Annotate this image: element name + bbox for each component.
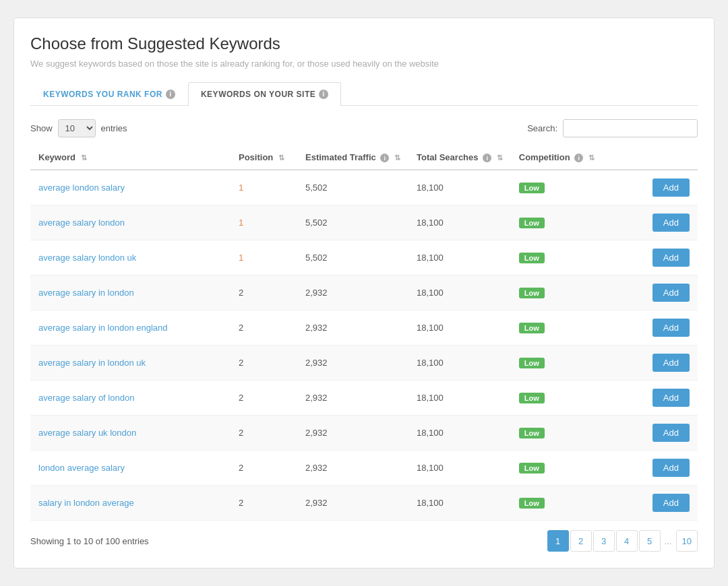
search-input[interactable] xyxy=(563,119,698,137)
sort-competition-icon[interactable]: ⇅ xyxy=(588,154,595,162)
position-value: 2 xyxy=(239,323,243,333)
page-btn-2[interactable]: 2 xyxy=(570,530,592,552)
cell-searches: 18,100 xyxy=(408,170,511,205)
cell-action: Add xyxy=(631,416,698,451)
add-button[interactable]: Add xyxy=(653,284,690,302)
cell-competition: Low xyxy=(511,205,631,240)
search-box: Search: xyxy=(527,119,698,137)
sort-searches-icon[interactable]: ⇅ xyxy=(497,154,503,162)
keyword-link[interactable]: average salary of london xyxy=(38,393,134,403)
keyword-link[interactable]: average salary uk london xyxy=(38,428,136,438)
entries-label: entries xyxy=(101,123,127,133)
traffic-info-icon: i xyxy=(380,154,389,162)
keyword-link[interactable]: average salary london xyxy=(38,218,125,228)
competition-badge: Low xyxy=(519,428,545,438)
cell-position: 2 xyxy=(231,311,297,346)
cell-position: 2 xyxy=(231,416,297,451)
cell-searches: 18,100 xyxy=(408,346,511,381)
cell-keyword: average salary of london xyxy=(30,381,231,416)
keyword-link[interactable]: average salary in london xyxy=(38,288,134,298)
cell-keyword: average salary london uk xyxy=(30,240,231,275)
tab-bar: KEYWORDS YOU RANK FOR i KEYWORDS ON YOUR… xyxy=(30,82,698,106)
cell-action: Add xyxy=(631,240,698,275)
cell-traffic: 2,932 xyxy=(297,275,408,311)
searches-info-icon: i xyxy=(483,154,491,162)
add-button[interactable]: Add xyxy=(653,459,690,477)
sort-traffic-icon[interactable]: ⇅ xyxy=(394,154,400,162)
cell-traffic: 2,932 xyxy=(297,381,408,416)
add-button[interactable]: Add xyxy=(653,389,690,407)
cell-traffic: 2,932 xyxy=(297,451,408,486)
cell-traffic: 2,932 xyxy=(297,346,408,381)
cell-traffic: 2,932 xyxy=(297,311,408,346)
cell-competition: Low xyxy=(511,311,631,346)
table-row: average salary london uk 1 5,502 18,100 … xyxy=(30,240,698,275)
cell-searches: 18,100 xyxy=(408,311,511,346)
sort-position-icon[interactable]: ⇅ xyxy=(278,154,284,162)
cell-traffic: 5,502 xyxy=(297,240,408,275)
show-entries-control: Show 10 25 50 100 entries xyxy=(30,119,127,137)
show-label: Show xyxy=(30,123,53,133)
page-btn-3[interactable]: 3 xyxy=(593,530,615,552)
th-keyword: Keyword ⇅ xyxy=(30,145,231,170)
add-button[interactable]: Add xyxy=(653,249,690,267)
entries-select[interactable]: 10 25 50 100 xyxy=(58,119,96,137)
competition-badge: Low xyxy=(519,288,545,298)
table-footer: Showing 1 to 10 of 100 entries 12345...1… xyxy=(30,530,698,552)
keyword-link[interactable]: average salary in london uk xyxy=(38,358,146,368)
cell-position: 2 xyxy=(231,275,297,311)
cell-action: Add xyxy=(631,170,698,205)
cell-keyword: average salary in london xyxy=(30,275,231,311)
competition-badge: Low xyxy=(519,498,545,509)
tab-keywords-on-site[interactable]: KEYWORDS ON YOUR SITE i xyxy=(188,82,341,106)
keyword-link[interactable]: average salary in london england xyxy=(38,323,168,333)
add-button[interactable]: Add xyxy=(653,178,690,197)
page-btn-1[interactable]: 1 xyxy=(547,530,569,552)
showing-text: Showing 1 to 10 of 100 entries xyxy=(30,536,149,546)
cell-searches: 18,100 xyxy=(408,240,511,275)
cell-competition: Low xyxy=(511,240,631,275)
cell-traffic: 2,932 xyxy=(297,486,408,521)
cell-position: 1 xyxy=(231,240,297,275)
cell-position: 2 xyxy=(231,381,297,416)
tab-on-site-label: KEYWORDS ON YOUR SITE xyxy=(201,90,315,99)
cell-searches: 18,100 xyxy=(408,451,511,486)
cell-action: Add xyxy=(631,486,698,521)
pagination-ellipsis: ... xyxy=(662,536,675,546)
page-btn-last[interactable]: 10 xyxy=(676,530,698,552)
cell-searches: 18,100 xyxy=(408,486,511,521)
keyword-link[interactable]: average salary london uk xyxy=(38,253,136,263)
cell-position: 2 xyxy=(231,451,297,486)
keyword-link[interactable]: average london salary xyxy=(38,183,125,193)
add-button[interactable]: Add xyxy=(653,214,690,232)
keyword-link[interactable]: london average salary xyxy=(38,463,125,473)
page-btn-5[interactable]: 5 xyxy=(639,530,661,552)
cell-keyword: salary in london average xyxy=(30,486,231,521)
add-button[interactable]: Add xyxy=(653,494,690,512)
keyword-link[interactable]: salary in london average xyxy=(38,498,134,508)
cell-traffic: 5,502 xyxy=(297,205,408,240)
cell-traffic: 5,502 xyxy=(297,170,408,205)
competition-badge: Low xyxy=(519,253,545,263)
cell-keyword: london average salary xyxy=(30,451,231,486)
cell-searches: 18,100 xyxy=(408,275,511,311)
add-button[interactable]: Add xyxy=(653,354,690,372)
cell-keyword: average salary in london england xyxy=(30,311,231,346)
sort-keyword-icon[interactable]: ⇅ xyxy=(81,154,87,162)
position-value: 2 xyxy=(239,498,243,508)
competition-badge: Low xyxy=(519,218,545,228)
table-row: average salary in london 2 2,932 18,100 … xyxy=(30,275,698,311)
table-row: average salary of london 2 2,932 18,100 … xyxy=(30,381,698,416)
competition-badge: Low xyxy=(519,393,545,403)
add-button[interactable]: Add xyxy=(653,424,690,442)
position-value: 2 xyxy=(239,393,243,403)
page-btn-4[interactable]: 4 xyxy=(616,530,638,552)
tab-keywords-rank-for[interactable]: KEYWORDS YOU RANK FOR i xyxy=(30,82,188,106)
competition-info-icon: i xyxy=(574,154,583,162)
position-value: 1 xyxy=(239,218,243,228)
add-button[interactable]: Add xyxy=(653,319,690,337)
cell-competition: Low xyxy=(511,451,631,486)
cell-competition: Low xyxy=(511,486,631,521)
table-row: average salary in london england 2 2,932… xyxy=(30,311,698,346)
tab-on-site-info-icon: i xyxy=(319,90,328,99)
